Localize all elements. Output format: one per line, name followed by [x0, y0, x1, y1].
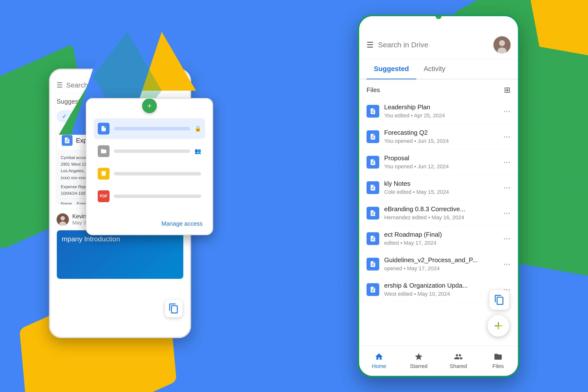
doc-type-icon: [98, 123, 110, 134]
dialog-item-doc[interactable]: 🔒: [94, 118, 205, 139]
list-item[interactable]: Forecasting Q2 You opened • Jun 15, 2024…: [359, 124, 518, 150]
lock-icon: 🔒: [194, 126, 201, 132]
phone-main: ☰ Search in Drive Suggested Activity Fil…: [358, 15, 520, 377]
home-icon: [374, 352, 384, 361]
hamburger-menu-icon[interactable]: ☰: [366, 40, 374, 50]
nav-label-files: Files: [492, 363, 504, 370]
file-info: ect Roadmap (Final) edited • May 17, 202…: [384, 231, 498, 246]
copy-icon-secondary: [168, 303, 179, 314]
svg-rect-13: [3, 5, 12, 14]
search-bar[interactable]: ☰ Search in Drive: [359, 31, 518, 59]
company-title: mpany Introduction: [62, 235, 178, 243]
list-item[interactable]: Proposal You opened • Jun 12, 2024 ⋯: [359, 150, 518, 175]
item-bar: [114, 172, 201, 176]
doc-icon: [366, 283, 379, 296]
star-icon: [414, 352, 423, 361]
tabs: Suggested Activity: [359, 59, 518, 80]
phone-notch: [436, 15, 442, 19]
file-meta: Cole edited • May 15, 2024: [384, 189, 498, 195]
list-item[interactable]: kly Notes Cole edited • May 15, 2024 ⋯: [359, 175, 518, 200]
dialog-item-pdf[interactable]: PDF: [94, 186, 205, 206]
folder-type-icon: [98, 145, 110, 157]
file-meta: West edited • May 10, 2024: [384, 291, 498, 297]
pdf-type-icon: PDF: [98, 190, 110, 202]
doc-icon: [366, 181, 379, 194]
svg-point-24: [60, 216, 65, 220]
nav-item-starred[interactable]: Starred: [399, 350, 438, 372]
file-info: Forecasting Q2 You opened • Jun 15, 2024: [384, 129, 498, 144]
svg-line-9: [8, 0, 10, 1]
keep-type-icon: [98, 168, 110, 180]
item-bar-active: [114, 127, 190, 130]
search-input[interactable]: Search in Drive: [378, 41, 489, 49]
manage-access-link[interactable]: Manage access: [162, 220, 202, 227]
file-info: Proposal You opened • Jun 12, 2024: [384, 154, 498, 170]
access-dialog: + 🔒 👥 PDF: [86, 98, 213, 235]
more-options-icon[interactable]: ⋯: [503, 132, 510, 141]
item-bar: [114, 150, 190, 153]
file-meta: opened • May 17, 2024: [384, 265, 498, 272]
more-options-icon[interactable]: ⋯: [503, 107, 510, 116]
file-info: Guidelines_v2_Process_and_P... opened • …: [384, 256, 498, 272]
plus-icon-dialog: +: [147, 102, 152, 110]
file-name: ect Roadmap (Final): [384, 231, 498, 238]
file-name: kly Notes: [384, 180, 498, 188]
nav-item-home[interactable]: Home: [359, 350, 399, 372]
dialog-item-keep[interactable]: [94, 164, 205, 184]
bottom-nav: Home Starred Shared Files: [359, 346, 518, 376]
file-info: kly Notes Cole edited • May 15, 2024: [384, 180, 498, 195]
item-bar: [114, 194, 201, 198]
list-item[interactable]: ect Roadmap (Final) edited • May 17, 202…: [359, 226, 518, 251]
svg-point-7: [7, 2, 9, 4]
doc-icon: [366, 207, 379, 220]
more-options-icon[interactable]: ⋯: [503, 209, 510, 217]
file-name: ership & Organization Upda...: [384, 282, 498, 289]
nav-label-home: Home: [372, 363, 386, 370]
file-meta: You opened • Jun 12, 2024: [384, 164, 498, 170]
copy-icon-button-secondary[interactable]: [165, 300, 182, 317]
file-name: Forecasting Q2: [384, 129, 498, 136]
copy-button[interactable]: [490, 290, 509, 310]
dialog-content: 🔒 👥 PDF: [86, 99, 212, 216]
svg-rect-10: [1, 1, 14, 16]
more-options-icon[interactable]: ⋯: [503, 260, 510, 268]
files-label: Files: [366, 86, 380, 94]
new-button[interactable]: +: [142, 98, 157, 113]
grid-view-icon[interactable]: ⊞: [504, 85, 510, 94]
doc-icon: [366, 105, 379, 118]
company-intro-card[interactable]: mpany Introduction: [56, 230, 184, 279]
file-info: ership & Organization Upda... West edite…: [384, 282, 498, 297]
svg-rect-26: [102, 171, 106, 175]
file-info: eBranding 0.8.3 Corrective... Hernandez …: [384, 205, 498, 221]
fab-button[interactable]: [488, 315, 509, 337]
list-item[interactable]: Leadership Plan You edited • Apr 25, 202…: [359, 98, 518, 124]
more-options-icon[interactable]: ⋯: [503, 234, 510, 243]
doc-icon: [366, 156, 379, 168]
nav-item-files[interactable]: Files: [478, 350, 518, 372]
file-name: eBranding 0.8.3 Corrective...: [384, 205, 498, 213]
svg-point-0: [2, 0, 10, 9]
people-icon-dialog: 👥: [194, 148, 201, 154]
svg-line-8: [2, 0, 4, 1]
plus-icon: [492, 320, 504, 332]
doc-icon: [366, 232, 379, 245]
list-item[interactable]: Guidelines_v2_Process_and_P... opened • …: [359, 251, 518, 277]
user-avatar[interactable]: [494, 36, 510, 54]
list-item[interactable]: eBranding 0.8.3 Corrective... Hernandez …: [359, 200, 518, 226]
file-meta: Hernandez edited • May 16, 2024: [384, 214, 498, 221]
file-info: Leadership Plan You edited • Apr 25, 202…: [384, 104, 498, 119]
svg-rect-3: [2, 4, 10, 12]
svg-point-6: [4, 2, 5, 4]
svg-point-12: [10, 2, 11, 3]
more-options-icon[interactable]: ⋯: [503, 183, 510, 192]
tab-suggested[interactable]: Suggested: [366, 59, 416, 80]
svg-point-11: [4, 2, 5, 3]
tab-activity[interactable]: Activity: [416, 59, 453, 80]
file-meta: You edited • Apr 25, 2024: [384, 112, 498, 119]
dialog-item-folder[interactable]: 👥: [94, 141, 205, 162]
nav-label-starred: Starred: [410, 363, 428, 370]
nav-item-shared[interactable]: Shared: [438, 350, 478, 372]
file-name: Leadership Plan: [384, 104, 498, 111]
more-options-icon[interactable]: ⋯: [503, 158, 510, 166]
people-icon: [454, 352, 463, 361]
